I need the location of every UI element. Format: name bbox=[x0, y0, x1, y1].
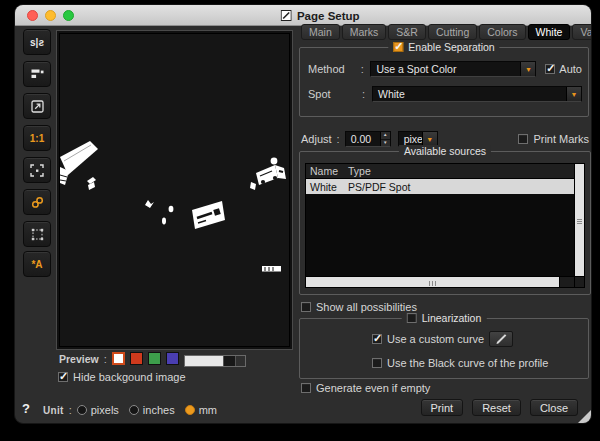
spot-dropdown-arrow-icon[interactable] bbox=[566, 87, 581, 101]
tab-varnish[interactable]: Varnish bbox=[572, 24, 592, 40]
enable-separation-checkbox[interactable] bbox=[393, 42, 403, 52]
titlebar[interactable]: Page Setup bbox=[15, 5, 591, 26]
enable-separation-label: Enable Separation bbox=[408, 41, 494, 53]
text-bar-shape bbox=[262, 266, 281, 272]
tab-cutting[interactable]: Cutting bbox=[428, 24, 477, 40]
spot-select[interactable]: White bbox=[372, 86, 582, 102]
label-banner-shape bbox=[192, 201, 225, 229]
generate-checkbox[interactable] bbox=[301, 383, 311, 393]
spot-value: White bbox=[373, 87, 566, 101]
unit-radio-inches[interactable] bbox=[129, 405, 139, 415]
tab-sr[interactable]: S&R bbox=[388, 24, 426, 40]
column-header-name: Name bbox=[306, 165, 348, 177]
edit-curve-button[interactable] bbox=[489, 331, 513, 347]
show-all-checkbox[interactable] bbox=[301, 302, 311, 312]
preview-swatch-blue[interactable] bbox=[166, 352, 179, 365]
method-dropdown-arrow-icon[interactable] bbox=[520, 62, 535, 76]
generate-label: Generate even if empty bbox=[316, 382, 430, 394]
close-button[interactable]: Close bbox=[530, 399, 578, 416]
tab-colors[interactable]: Colors bbox=[479, 24, 525, 40]
preview-label: Preview bbox=[59, 353, 99, 365]
zoom-1-1-icon: 1:1 bbox=[30, 133, 44, 144]
preview-swatch-white[interactable] bbox=[112, 352, 125, 365]
tab-main[interactable]: Main bbox=[301, 24, 340, 40]
preview-density-slider[interactable] bbox=[184, 355, 246, 367]
adjust-input[interactable]: 0.00 ▲ ▼ bbox=[345, 131, 391, 147]
page-setup-window: Page Setup s|ƨ 1:1 bbox=[14, 4, 592, 424]
hide-background-checkbox[interactable] bbox=[58, 372, 68, 382]
fit-view-button[interactable] bbox=[23, 157, 51, 183]
zoom-1-1-button[interactable]: 1:1 bbox=[23, 125, 51, 151]
tab-bar: Main Marks S&R Cutting Colors White Varn… bbox=[301, 24, 589, 40]
selection-button[interactable] bbox=[23, 221, 51, 247]
open-external-button[interactable] bbox=[23, 93, 51, 119]
reset-button[interactable]: Reset bbox=[472, 399, 521, 416]
preview-swatch-red[interactable] bbox=[130, 352, 143, 365]
action-buttons: Print Reset Close bbox=[421, 399, 579, 416]
slider-dark-segment-2 bbox=[235, 356, 245, 366]
fit-view-icon bbox=[30, 164, 44, 177]
unit-radio-pixels[interactable] bbox=[77, 405, 87, 415]
auto-label: Auto bbox=[559, 63, 582, 75]
unit-label: Unit bbox=[43, 405, 64, 416]
black-curve-label: Use the Black curve of the profile bbox=[387, 357, 548, 369]
linearization-legend: Linearization bbox=[402, 312, 487, 324]
column-header-type: Type bbox=[348, 165, 371, 177]
vertical-scrollbar[interactable] bbox=[574, 164, 584, 276]
minimize-window-button[interactable] bbox=[45, 10, 56, 21]
adjust-unit-value: pixel bbox=[399, 132, 422, 146]
truck-graphic-shape bbox=[250, 158, 286, 190]
custom-curve-label: Use a custom curve bbox=[387, 333, 484, 345]
link-button[interactable] bbox=[23, 189, 51, 215]
auto-text-button[interactable]: *A bbox=[23, 251, 51, 277]
spot-row: Spot : White bbox=[308, 86, 582, 102]
print-marks-checkbox[interactable] bbox=[518, 134, 528, 144]
resize-grip[interactable] bbox=[578, 410, 591, 423]
page-setup-app-icon bbox=[281, 10, 292, 21]
unit-dropdown-arrow-icon[interactable] bbox=[422, 132, 437, 146]
layout-view-button[interactable] bbox=[23, 61, 51, 87]
side-by-side-icon: s|ƨ bbox=[30, 37, 44, 48]
preview-canvas[interactable] bbox=[59, 33, 290, 347]
bird-mark-shape bbox=[145, 200, 154, 208]
window-title: Page Setup bbox=[297, 10, 360, 22]
show-all-row: Show all possibilities bbox=[301, 301, 417, 313]
print-button[interactable]: Print bbox=[421, 399, 464, 416]
screenshot-stage: Page Setup s|ƨ 1:1 bbox=[0, 0, 600, 441]
unit-radio-mm[interactable] bbox=[185, 405, 195, 415]
custom-curve-checkbox[interactable] bbox=[372, 334, 382, 344]
traffic-lights bbox=[27, 10, 74, 21]
horizontal-scrollbar[interactable] bbox=[306, 276, 574, 287]
unit-option-pixels: pixels bbox=[91, 404, 119, 416]
black-curve-checkbox[interactable] bbox=[372, 358, 382, 368]
slider-light-segment bbox=[185, 356, 223, 366]
source-row-white[interactable]: White PS/PDF Spot bbox=[306, 179, 574, 194]
close-window-button[interactable] bbox=[27, 10, 38, 21]
side-by-side-view-button[interactable]: s|ƨ bbox=[23, 29, 51, 55]
linearization-checkbox[interactable] bbox=[407, 313, 417, 323]
table-empty-area bbox=[306, 194, 574, 276]
sources-table: Name Type White PS/PDF Spot bbox=[305, 163, 585, 288]
auto-checkbox[interactable] bbox=[545, 64, 555, 74]
adjust-stepper[interactable]: ▲ ▼ bbox=[380, 132, 390, 146]
help-button[interactable]: ? bbox=[22, 401, 30, 416]
link-icon bbox=[31, 196, 44, 209]
spot-label: Spot bbox=[308, 88, 362, 100]
open-external-icon bbox=[31, 100, 44, 113]
auto-text-icon: *A bbox=[31, 259, 42, 270]
stepper-up-icon[interactable]: ▲ bbox=[381, 132, 390, 140]
preview-swatch-green[interactable] bbox=[148, 352, 161, 365]
stepper-down-icon[interactable]: ▼ bbox=[381, 140, 390, 147]
tab-white[interactable]: White bbox=[528, 24, 571, 40]
available-sources-legend: Available sources bbox=[399, 145, 491, 157]
hide-background-label: Hide backgound image bbox=[73, 371, 186, 383]
zoom-window-button[interactable] bbox=[63, 10, 74, 21]
method-label: Method bbox=[308, 63, 361, 75]
method-value: Use a Spot Color bbox=[371, 62, 520, 76]
hscroll-end-block bbox=[559, 277, 574, 287]
small-object-shape bbox=[87, 177, 96, 184]
tab-marks[interactable]: Marks bbox=[342, 24, 387, 40]
method-select[interactable]: Use a Spot Color bbox=[370, 61, 536, 77]
hide-background-row: Hide backgound image bbox=[58, 371, 186, 383]
method-row: Method : Use a Spot Color Auto bbox=[308, 61, 582, 77]
